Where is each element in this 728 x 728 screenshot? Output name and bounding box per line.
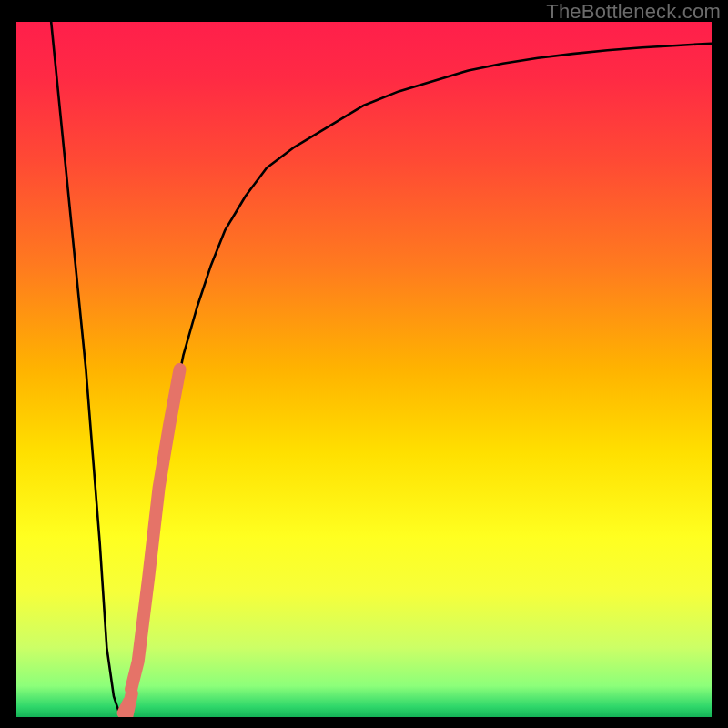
watermark-text: TheBottleneck.com <box>546 0 721 24</box>
highlight-hook-marker <box>124 693 132 715</box>
bottleneck-plot-svg <box>16 22 712 717</box>
chart-frame: TheBottleneck.com <box>0 0 728 728</box>
gradient-background <box>16 22 712 717</box>
plot-area <box>16 22 712 717</box>
